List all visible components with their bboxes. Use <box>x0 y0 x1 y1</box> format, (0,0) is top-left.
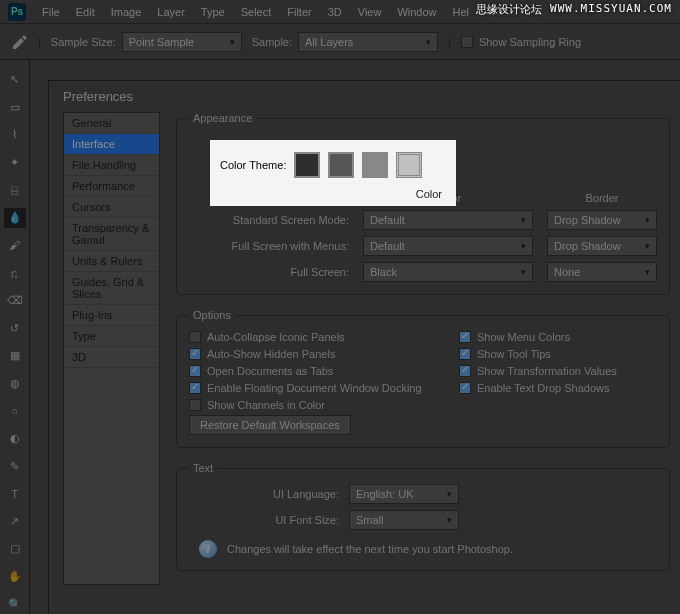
pen-tool[interactable]: ✎ <box>4 456 26 476</box>
color-theme-label: Color Theme: <box>220 159 286 171</box>
text-fieldset: Text UI Language: English: UK▾ UI Font S… <box>176 462 670 571</box>
menu-select[interactable]: Select <box>233 6 280 18</box>
option-checkbox[interactable] <box>459 331 471 343</box>
eraser-tool[interactable]: ⌫ <box>4 291 26 311</box>
screen-mode-label: Standard Screen Mode: <box>189 214 349 226</box>
chevron-down-icon: ▾ <box>230 37 235 47</box>
chevron-down-icon: ▾ <box>645 241 650 251</box>
text-legend: Text <box>189 462 217 474</box>
category-units-rulers[interactable]: Units & Rulers <box>64 251 159 272</box>
menu-file[interactable]: File <box>34 6 68 18</box>
preferences-category-list: GeneralInterfaceFile HandlingPerformance… <box>63 112 160 585</box>
app-logo: Ps <box>8 3 26 21</box>
menu-hel[interactable]: Hel <box>445 6 478 18</box>
show-sampling-ring-checkbox[interactable] <box>461 36 473 48</box>
screen-color-select[interactable]: Default▾ <box>363 210 533 230</box>
screen-border-select[interactable]: Drop Shadow▾ <box>547 210 657 230</box>
brush-tool[interactable]: 🖌 <box>4 236 26 256</box>
dodge-tool[interactable]: ◐ <box>4 429 26 449</box>
zoom-tool[interactable]: 🔍 <box>4 594 26 614</box>
restart-note: Changes will take effect the next time y… <box>227 543 513 555</box>
options-bar: | Sample Size: Point Sample▾ Sample: All… <box>0 24 680 60</box>
option-checkbox[interactable] <box>459 348 471 360</box>
chevron-down-icon: ▾ <box>521 241 526 251</box>
menu-edit[interactable]: Edit <box>68 6 103 18</box>
ui-font-size-label: UI Font Size: <box>199 514 339 526</box>
sample-size-select[interactable]: Point Sample▾ <box>122 32 242 52</box>
menu-image[interactable]: Image <box>103 6 150 18</box>
option-label: Enable Text Drop Shadows <box>477 382 610 394</box>
option-checkbox[interactable] <box>189 382 201 394</box>
hand-tool[interactable]: ✋ <box>4 567 26 587</box>
chevron-down-icon: ▾ <box>521 215 526 225</box>
category-interface[interactable]: Interface <box>64 134 159 155</box>
option-checkbox[interactable] <box>459 365 471 377</box>
options-legend: Options <box>189 309 235 321</box>
screen-border-select[interactable]: None▾ <box>547 262 657 282</box>
sample-select[interactable]: All Layers▾ <box>298 32 438 52</box>
chevron-down-icon: ▾ <box>447 515 452 525</box>
chevron-down-icon: ▾ <box>521 267 526 277</box>
option-checkbox[interactable] <box>189 331 201 343</box>
option-checkbox[interactable] <box>189 365 201 377</box>
option-checkbox[interactable] <box>189 399 201 411</box>
ui-language-select[interactable]: English: UK▾ <box>349 484 459 504</box>
theme-swatch-dark[interactable] <box>294 152 320 178</box>
screen-color-select[interactable]: Black▾ <box>363 262 533 282</box>
category-performance[interactable]: Performance <box>64 176 159 197</box>
menu-view[interactable]: View <box>350 6 390 18</box>
screen-border-select[interactable]: Drop Shadow▾ <box>547 236 657 256</box>
category--d[interactable]: 3D <box>64 347 159 368</box>
chevron-down-icon: ▾ <box>426 37 431 47</box>
restore-workspaces-button[interactable]: Restore Default Workspaces <box>189 415 351 435</box>
screen-mode-label: Full Screen: <box>189 266 349 278</box>
theme-swatch-medium-dark[interactable] <box>328 152 354 178</box>
screen-mode-label: Full Screen with Menus: <box>189 240 349 252</box>
chevron-down-icon: ▾ <box>645 267 650 277</box>
ui-font-size-select[interactable]: Small▾ <box>349 510 459 530</box>
chevron-down-icon: ▾ <box>645 215 650 225</box>
clone-tool[interactable]: ⎌ <box>4 263 26 283</box>
menu-window[interactable]: Window <box>389 6 444 18</box>
category-file-handling[interactable]: File Handling <box>64 155 159 176</box>
color-theme-highlight: Color Theme: Color <box>210 140 456 206</box>
lasso-tool[interactable]: ⌇ <box>4 125 26 145</box>
history-tool[interactable]: ↺ <box>4 318 26 338</box>
divider: | <box>448 36 451 48</box>
eyedropper-tool[interactable]: 💧 <box>4 208 26 228</box>
menu-filter[interactable]: Filter <box>279 6 319 18</box>
move-tool[interactable]: ↖ <box>4 70 26 90</box>
bucket-tool[interactable]: ◍ <box>4 374 26 394</box>
option-label: Auto-Collapse Iconic Panels <box>207 331 345 343</box>
category-plug-ins[interactable]: Plug-Ins <box>64 305 159 326</box>
gradient-tool[interactable]: ▦ <box>4 346 26 366</box>
option-label: Open Documents as Tabs <box>207 365 333 377</box>
option-checkbox[interactable] <box>189 348 201 360</box>
marquee-tool[interactable]: ▭ <box>4 98 26 118</box>
option-label: Show Channels in Color <box>207 399 325 411</box>
path-tool[interactable]: ↗ <box>4 512 26 532</box>
option-label: Auto-Show Hidden Panels <box>207 348 335 360</box>
theme-swatch-light[interactable] <box>396 152 422 178</box>
theme-swatch-medium-light[interactable] <box>362 152 388 178</box>
wand-tool[interactable]: ✦ <box>4 153 26 173</box>
category-cursors[interactable]: Cursors <box>64 197 159 218</box>
option-label: Show Transformation Values <box>477 365 617 377</box>
option-label: Show Menu Colors <box>477 331 570 343</box>
crop-tool[interactable]: ⌸ <box>4 180 26 200</box>
type-tool[interactable]: T <box>4 484 26 504</box>
category-type[interactable]: Type <box>64 326 159 347</box>
color-column-label: Color <box>220 188 446 200</box>
blur-tool[interactable]: ○ <box>4 401 26 421</box>
menu-layer[interactable]: Layer <box>149 6 193 18</box>
option-label: Show Tool Tips <box>477 348 551 360</box>
category-transparency-gamut[interactable]: Transparency & Gamut <box>64 218 159 251</box>
screen-color-select[interactable]: Default▾ <box>363 236 533 256</box>
menu-type[interactable]: Type <box>193 6 233 18</box>
option-label: Enable Floating Document Window Docking <box>207 382 422 394</box>
menu-3d[interactable]: 3D <box>320 6 350 18</box>
rect-tool[interactable]: ▢ <box>4 539 26 559</box>
category-general[interactable]: General <box>64 113 159 134</box>
category-guides-grid-slices[interactable]: Guides, Grid & Slices <box>64 272 159 305</box>
option-checkbox[interactable] <box>459 382 471 394</box>
